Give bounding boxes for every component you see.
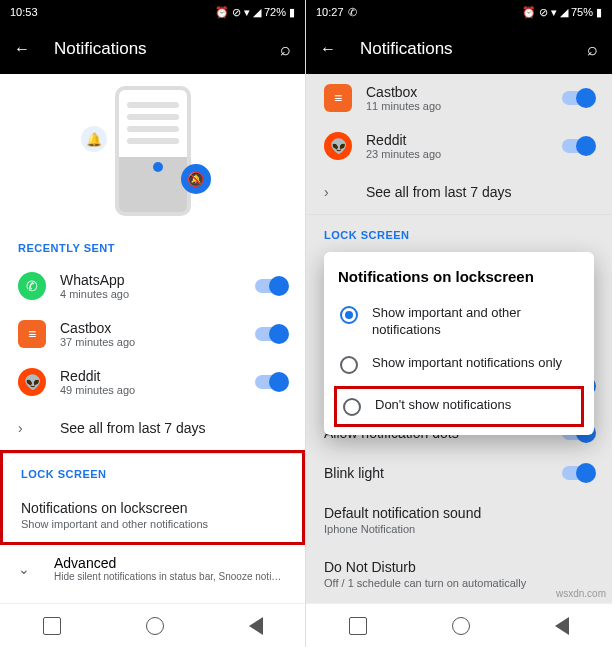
chevron-right-icon: › [18, 420, 32, 436]
app-row-reddit[interactable]: 👽 Reddit 23 minutes ago [306, 122, 612, 170]
bell-off-icon: 🔕 [181, 164, 211, 194]
radio-icon [343, 398, 361, 416]
alarm-icon: ⏰ [522, 6, 536, 19]
app-bar: ← Notifications ⌕ [0, 24, 305, 74]
toggle-castbox[interactable] [562, 91, 594, 105]
dnd-icon: ⊘ [539, 6, 548, 19]
section-lock-screen: LOCK SCREEN [3, 454, 302, 488]
bell-icon: 🔔 [81, 126, 107, 152]
toggle-reddit[interactable] [255, 375, 287, 389]
toggle-castbox[interactable] [255, 327, 287, 341]
dnd-icon: ⊘ [232, 6, 241, 19]
app-row-whatsapp[interactable]: ✆ WhatsApp 4 minutes ago [0, 262, 305, 310]
setting-default-sound[interactable]: Default notification sound Iphone Notifi… [306, 493, 612, 547]
see-all-row[interactable]: › See all from last 7 days [0, 406, 305, 450]
nav-home[interactable] [146, 617, 164, 635]
dialog-title: Notifications on lockscreen [338, 268, 580, 285]
radio-option-important-only[interactable]: Show important notifications only [338, 347, 580, 382]
page-title: Notifications [54, 39, 256, 59]
battery-icon: ▮ [596, 6, 602, 19]
hero-illustration: 🔔 🔕 [0, 74, 305, 228]
toggle-blink[interactable] [562, 466, 594, 480]
reddit-icon: 👽 [18, 368, 46, 396]
back-icon[interactable]: ← [320, 40, 336, 58]
nav-back[interactable] [555, 617, 569, 635]
status-icons: ⏰ ⊘ ▾ ◢ 72% ▮ [215, 6, 295, 19]
castbox-icon: ≡ [324, 84, 352, 112]
radio-icon [340, 306, 358, 324]
nav-bar [0, 603, 305, 647]
nav-home[interactable] [452, 617, 470, 635]
status-time: 10:53 [10, 6, 38, 18]
app-row-castbox[interactable]: ≡ Castbox 11 minutes ago [306, 74, 612, 122]
chevron-right-icon: › [324, 184, 338, 200]
wifi-icon: ▾ [551, 6, 557, 19]
section-lock-screen: LOCK SCREEN [306, 215, 612, 249]
see-all-row[interactable]: › See all from last 7 days [306, 170, 612, 214]
radio-option-show-all[interactable]: Show important and other notifications [338, 297, 580, 347]
left-screenshot: 10:53 ⏰ ⊘ ▾ ◢ 72% ▮ ← Notifications ⌕ 🔔 … [0, 0, 306, 647]
search-icon[interactable]: ⌕ [587, 39, 598, 60]
whatsapp-status-icon: ✆ [348, 6, 357, 19]
battery-text: 75% [571, 6, 593, 18]
signal-icon: ◢ [560, 6, 568, 19]
nav-bar [306, 603, 612, 647]
search-icon[interactable]: ⌕ [280, 39, 291, 60]
status-bar: 10:53 ⏰ ⊘ ▾ ◢ 72% ▮ [0, 0, 305, 24]
status-icons: ⏰ ⊘ ▾ ◢ 75% ▮ [522, 6, 602, 19]
lockscreen-dialog: Notifications on lockscreen Show importa… [324, 252, 594, 435]
chevron-down-icon: ⌄ [18, 561, 32, 577]
radio-icon [340, 356, 358, 374]
app-bar: ← Notifications ⌕ [306, 24, 612, 74]
battery-text: 72% [264, 6, 286, 18]
watermark: wsxdn.com [556, 588, 606, 599]
wifi-icon: ▾ [244, 6, 250, 19]
nav-recent[interactable] [349, 617, 367, 635]
setting-advanced[interactable]: ⌄ Advanced Hide silent notifications in … [0, 545, 305, 592]
setting-blink-light[interactable]: Blink light [306, 453, 612, 493]
whatsapp-icon: ✆ [18, 272, 46, 300]
radio-option-dont-show[interactable]: Don't show notifications [334, 386, 584, 427]
back-icon[interactable]: ← [14, 40, 30, 58]
toggle-whatsapp[interactable] [255, 279, 287, 293]
page-title: Notifications [360, 39, 563, 59]
alarm-icon: ⏰ [215, 6, 229, 19]
signal-icon: ◢ [253, 6, 261, 19]
status-time: 10:27 [316, 6, 344, 18]
section-recently-sent: RECENTLY SENT [0, 228, 305, 262]
castbox-icon: ≡ [18, 320, 46, 348]
nav-recent[interactable] [43, 617, 61, 635]
app-row-reddit[interactable]: 👽 Reddit 49 minutes ago [0, 358, 305, 406]
toggle-reddit[interactable] [562, 139, 594, 153]
app-row-castbox[interactable]: ≡ Castbox 37 minutes ago [0, 310, 305, 358]
reddit-icon: 👽 [324, 132, 352, 160]
nav-back[interactable] [249, 617, 263, 635]
highlight-lockscreen: LOCK SCREEN Notifications on lockscreen … [0, 450, 305, 545]
battery-icon: ▮ [289, 6, 295, 19]
status-bar: 10:27 ✆ ⏰ ⊘ ▾ ◢ 75% ▮ [306, 0, 612, 24]
right-screenshot: 10:27 ✆ ⏰ ⊘ ▾ ◢ 75% ▮ ← Notifications ⌕ … [306, 0, 612, 647]
setting-notifications-lockscreen[interactable]: Notifications on lockscreen Show importa… [3, 488, 302, 542]
